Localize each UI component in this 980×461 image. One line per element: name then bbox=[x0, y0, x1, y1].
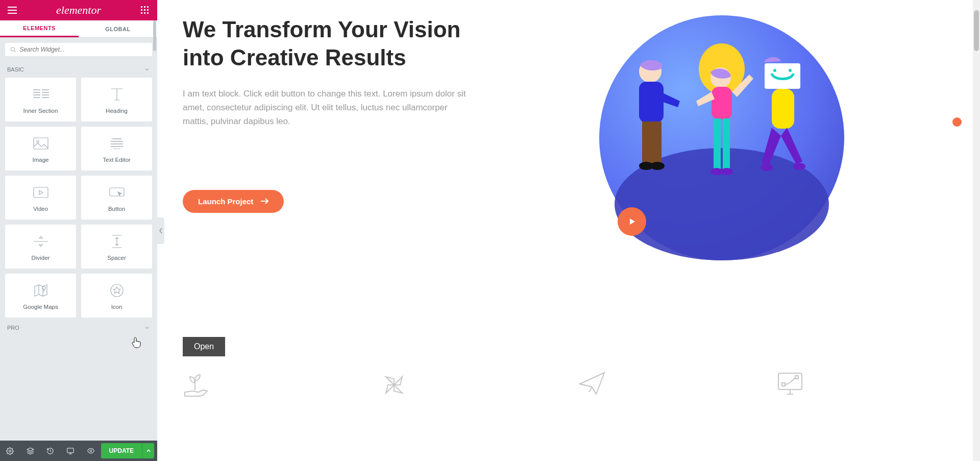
page-scrollbar-thumb[interactable] bbox=[974, 10, 979, 51]
widget-divider[interactable]: Divider bbox=[5, 225, 76, 269]
widget-label: Google Maps bbox=[23, 304, 58, 310]
widget-text-editor[interactable]: Text Editor bbox=[81, 127, 152, 171]
widget-label: Divider bbox=[32, 255, 50, 261]
update-dropdown-button[interactable] bbox=[142, 443, 154, 458]
svg-point-9 bbox=[11, 47, 15, 51]
desktop-icon bbox=[66, 447, 75, 455]
feature-pinwheel[interactable] bbox=[381, 372, 558, 398]
caret-up-icon bbox=[146, 449, 151, 453]
responsive-button[interactable] bbox=[61, 441, 81, 461]
svg-rect-3 bbox=[141, 9, 142, 11]
widget-image[interactable]: Image bbox=[5, 127, 76, 171]
search-wrap bbox=[0, 38, 157, 61]
feature-growth[interactable] bbox=[183, 372, 360, 398]
svg-point-16 bbox=[111, 284, 123, 297]
svg-rect-8 bbox=[147, 12, 149, 14]
feature-design[interactable] bbox=[777, 372, 954, 398]
gear-icon bbox=[6, 447, 14, 455]
pinwheel-icon bbox=[381, 372, 407, 398]
search-input[interactable] bbox=[19, 46, 147, 53]
monitor-vector-icon bbox=[777, 372, 803, 396]
widget-label: Button bbox=[108, 206, 125, 212]
accent-dot bbox=[952, 117, 962, 127]
update-group: UPDATE bbox=[101, 443, 154, 458]
inner-section-icon bbox=[33, 85, 49, 104]
svg-rect-40 bbox=[772, 89, 794, 129]
widget-spacer[interactable]: Spacer bbox=[81, 225, 152, 269]
plant-hand-icon bbox=[183, 372, 210, 397]
svg-rect-7 bbox=[144, 12, 145, 14]
category-basic-label: BASIC bbox=[7, 66, 24, 72]
chevron-left-icon bbox=[159, 228, 163, 234]
open-button[interactable]: Open bbox=[183, 337, 225, 356]
widget-google-maps[interactable]: Google Maps bbox=[5, 274, 76, 318]
cta-label: Launch Project bbox=[198, 197, 253, 206]
widget-video[interactable]: Video bbox=[5, 176, 76, 220]
paper-plane-icon bbox=[579, 372, 605, 395]
widget-label: Inner Section bbox=[23, 108, 58, 114]
svg-point-39 bbox=[789, 69, 792, 72]
svg-rect-34 bbox=[723, 118, 730, 169]
hero-section: We Transform Your Vision into Creative R… bbox=[183, 15, 954, 260]
hero-heading[interactable]: We Transform Your Vision into Creative R… bbox=[183, 15, 469, 71]
tab-global[interactable]: GLOBAL bbox=[79, 20, 157, 37]
hero-illustration[interactable] bbox=[489, 15, 954, 260]
panel-collapse-handle[interactable] bbox=[157, 217, 164, 244]
widget-label: Icon bbox=[111, 304, 122, 310]
search-icon bbox=[10, 46, 16, 53]
layers-icon bbox=[27, 447, 34, 455]
blob-shadow bbox=[878, 179, 970, 271]
video-icon bbox=[33, 183, 48, 202]
svg-point-30 bbox=[650, 162, 665, 170]
image-icon bbox=[33, 134, 48, 153]
history-button[interactable] bbox=[40, 441, 61, 461]
svg-rect-14 bbox=[110, 188, 124, 196]
page-scrollbar[interactable] bbox=[973, 0, 980, 461]
widget-label: Text Editor bbox=[103, 157, 130, 163]
svg-point-38 bbox=[773, 69, 776, 72]
settings-button[interactable] bbox=[0, 441, 20, 461]
hamburger-menu-button[interactable] bbox=[6, 4, 18, 16]
tab-elements[interactable]: ELEMENTS bbox=[0, 20, 79, 37]
navigator-button[interactable] bbox=[20, 441, 41, 461]
category-basic[interactable]: BASIC bbox=[0, 61, 157, 78]
svg-line-10 bbox=[14, 51, 16, 52]
launch-project-button[interactable]: Launch Project bbox=[183, 190, 284, 213]
svg-rect-45 bbox=[795, 376, 798, 379]
play-button[interactable] bbox=[618, 207, 646, 236]
category-pro[interactable]: PRO bbox=[0, 320, 157, 336]
play-icon bbox=[627, 217, 636, 226]
heading-icon bbox=[109, 85, 125, 104]
hero-left-column: We Transform Your Vision into Creative R… bbox=[183, 15, 469, 213]
update-button[interactable]: UPDATE bbox=[101, 443, 142, 458]
svg-point-41 bbox=[761, 164, 773, 171]
hamburger-icon bbox=[8, 7, 17, 14]
icon-icon bbox=[110, 281, 124, 300]
chevron-down-icon bbox=[144, 66, 150, 72]
panel-header: elementor bbox=[0, 0, 157, 20]
widget-label: Video bbox=[33, 206, 48, 212]
widget-icon[interactable]: Icon bbox=[81, 274, 152, 318]
svg-rect-5 bbox=[147, 9, 149, 11]
svg-rect-27 bbox=[639, 82, 664, 123]
svg-rect-37 bbox=[765, 63, 800, 89]
panel-scrollbar-thumb[interactable] bbox=[153, 20, 156, 51]
svg-rect-6 bbox=[141, 12, 142, 14]
eye-icon bbox=[87, 447, 95, 454]
feature-icons-row bbox=[183, 372, 954, 398]
widget-inner-section[interactable]: Inner Section bbox=[5, 78, 76, 122]
preview-canvas[interactable]: We Transform Your Vision into Creative R… bbox=[157, 0, 980, 461]
preview-button[interactable] bbox=[81, 441, 101, 461]
panel-tabs: ELEMENTS GLOBAL bbox=[0, 20, 157, 38]
widget-button[interactable]: Button bbox=[81, 176, 152, 220]
svg-rect-19 bbox=[67, 448, 74, 452]
feature-send[interactable] bbox=[579, 372, 756, 398]
widget-label: Image bbox=[33, 157, 49, 163]
svg-rect-0 bbox=[141, 6, 142, 8]
svg-point-22 bbox=[90, 450, 92, 452]
apps-grid-button[interactable] bbox=[139, 4, 151, 16]
divider-icon bbox=[33, 232, 48, 251]
widget-heading[interactable]: Heading bbox=[81, 78, 152, 122]
text-editor-icon bbox=[109, 134, 125, 153]
hero-text-block[interactable]: I am text block. Click edit button to ch… bbox=[183, 87, 469, 129]
